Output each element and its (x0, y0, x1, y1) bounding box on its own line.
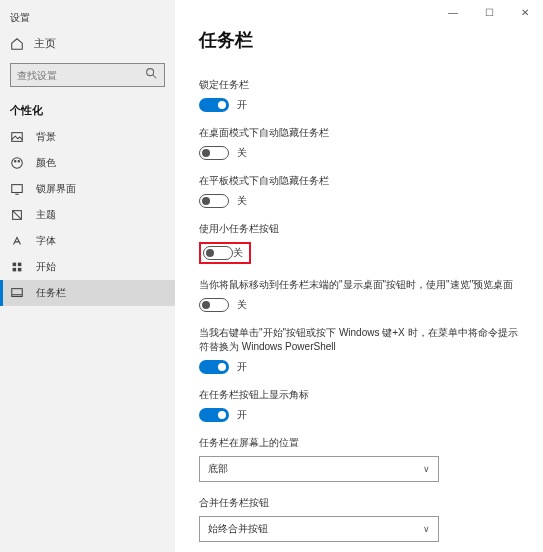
picture-icon (10, 130, 24, 144)
toggle-state-text: 开 (237, 408, 247, 422)
setting-label: 使用小任务栏按钮 (199, 222, 523, 236)
setting-label: 任务栏在屏幕上的位置 (199, 436, 523, 450)
sidebar-item-label: 字体 (36, 234, 56, 248)
sidebar-item-themes[interactable]: 主题 (0, 202, 175, 228)
search-box[interactable] (10, 63, 165, 87)
maximize-button[interactable]: ☐ (471, 0, 507, 24)
toggle-switch[interactable] (199, 360, 229, 374)
sidebar-item-taskbar[interactable]: 任务栏 (0, 280, 175, 306)
sidebar-item-colors[interactable]: 颜色 (0, 150, 175, 176)
combine-buttons-setting: 合并任务栏按钮 始终合并按钮 ∨ (199, 496, 523, 542)
home-nav[interactable]: 主页 (0, 30, 175, 57)
page-title: 任务栏 (199, 28, 523, 52)
setting-0: 锁定任务栏开 (199, 78, 523, 112)
search-icon (144, 66, 158, 84)
font-icon (10, 234, 24, 248)
minimize-button[interactable]: — (435, 0, 471, 24)
sidebar: 设置 主页 个性化 背景 颜色 锁屏界面 (0, 0, 175, 552)
setting-5: 当我右键单击"开始"按钮或按下 Windows 键+X 时，在菜单中将命令提示符… (199, 326, 523, 374)
svg-point-3 (15, 161, 16, 162)
svg-rect-1 (12, 133, 23, 142)
toggle-switch[interactable] (199, 408, 229, 422)
svg-rect-10 (18, 268, 22, 272)
search-input[interactable] (17, 70, 144, 81)
setting-label: 锁定任务栏 (199, 78, 523, 92)
sidebar-item-lockscreen[interactable]: 锁屏界面 (0, 176, 175, 202)
svg-point-0 (147, 69, 154, 76)
setting-label: 当我右键单击"开始"按钮或按下 Windows 键+X 时，在菜单中将命令提示符… (199, 326, 523, 354)
setting-label: 合并任务栏按钮 (199, 496, 523, 510)
start-icon (10, 260, 24, 274)
palette-icon (10, 156, 24, 170)
window-title: 设置 (0, 11, 30, 25)
setting-4: 当你将鼠标移动到任务栏末端的"显示桌面"按钮时，使用"速览"预览桌面关 (199, 278, 523, 312)
toggle-switch[interactable] (199, 194, 229, 208)
toggle-switch[interactable] (199, 298, 229, 312)
svg-point-2 (12, 158, 23, 169)
toggle-state-text: 关 (233, 246, 243, 260)
svg-point-4 (18, 161, 19, 162)
svg-rect-7 (13, 263, 17, 267)
toggle-switch[interactable] (203, 246, 233, 260)
setting-label: 在平板模式下自动隐藏任务栏 (199, 174, 523, 188)
setting-label: 当你将鼠标移动到任务栏末端的"显示桌面"按钮时，使用"速览"预览桌面 (199, 278, 523, 292)
setting-label: 在桌面模式下自动隐藏任务栏 (199, 126, 523, 140)
home-label: 主页 (34, 36, 56, 51)
setting-6: 在任务栏按钮上显示角标开 (199, 388, 523, 422)
sidebar-section-title: 个性化 (0, 93, 175, 124)
svg-rect-9 (13, 268, 17, 272)
taskbar-position-dropdown[interactable]: 底部 ∨ (199, 456, 439, 482)
dropdown-value: 底部 (208, 462, 228, 476)
close-button[interactable]: ✕ (507, 0, 543, 24)
home-icon (10, 37, 24, 51)
sidebar-item-background[interactable]: 背景 (0, 124, 175, 150)
toggle-state-text: 开 (237, 360, 247, 374)
highlight-box: 关 (199, 242, 251, 264)
toggle-switch[interactable] (199, 98, 229, 112)
theme-icon (10, 208, 24, 222)
titlebar: 设置 (0, 6, 175, 30)
svg-rect-8 (18, 263, 22, 267)
sidebar-item-label: 任务栏 (36, 286, 66, 300)
toggle-state-text: 关 (237, 146, 247, 160)
sidebar-item-fonts[interactable]: 字体 (0, 228, 175, 254)
content-area: — ☐ ✕ 任务栏 锁定任务栏开在桌面模式下自动隐藏任务栏关在平板模式下自动隐藏… (175, 0, 543, 552)
taskbar-position-setting: 任务栏在屏幕上的位置 底部 ∨ (199, 436, 523, 482)
svg-rect-11 (12, 289, 23, 297)
combine-buttons-dropdown[interactable]: 始终合并按钮 ∨ (199, 516, 439, 542)
sidebar-item-label: 开始 (36, 260, 56, 274)
setting-2: 在平板模式下自动隐藏任务栏关 (199, 174, 523, 208)
chevron-down-icon: ∨ (423, 464, 430, 474)
setting-label: 在任务栏按钮上显示角标 (199, 388, 523, 402)
setting-3: 使用小任务栏按钮关 (199, 222, 523, 264)
taskbar-icon (10, 286, 24, 300)
setting-1: 在桌面模式下自动隐藏任务栏关 (199, 126, 523, 160)
sidebar-item-label: 颜色 (36, 156, 56, 170)
chevron-down-icon: ∨ (423, 524, 430, 534)
svg-rect-5 (12, 185, 23, 193)
toggle-state-text: 关 (237, 194, 247, 208)
sidebar-item-start[interactable]: 开始 (0, 254, 175, 280)
sidebar-item-label: 背景 (36, 130, 56, 144)
dropdown-value: 始终合并按钮 (208, 522, 268, 536)
sidebar-item-label: 锁屏界面 (36, 182, 76, 196)
toggle-state-text: 开 (237, 98, 247, 112)
toggle-switch[interactable] (199, 146, 229, 160)
toggle-state-text: 关 (237, 298, 247, 312)
window-controls: — ☐ ✕ (435, 0, 543, 24)
lockscreen-icon (10, 182, 24, 196)
sidebar-item-label: 主题 (36, 208, 56, 222)
